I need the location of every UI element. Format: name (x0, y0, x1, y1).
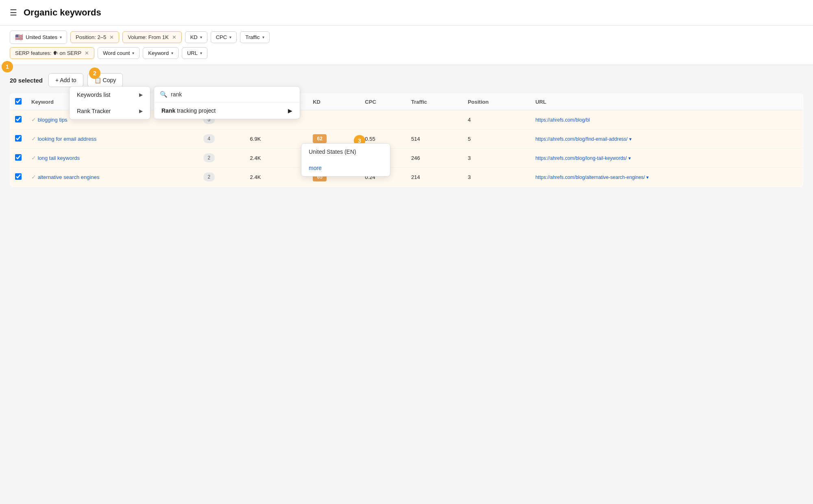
rank-tracking-chevron-icon: ▶ (288, 107, 292, 114)
keyword-link[interactable]: alternative search engines (38, 174, 100, 180)
step-badge-1: 1 (2, 61, 13, 72)
add-to-button[interactable]: + Add to (48, 73, 83, 87)
word-count-filter[interactable]: Word count ▾ (98, 47, 139, 59)
serp-features-label: SERP features: 🗣 on SERP (15, 50, 81, 56)
add-to-dropdown: Keywords list ▶ Rank Tracker ▶ (69, 86, 150, 120)
cpc-header: CPC (360, 94, 406, 110)
rank-search-input[interactable] (171, 91, 294, 98)
traffic-filter[interactable]: Traffic ▾ (240, 31, 269, 43)
keywords-list-item[interactable]: Keywords list ▶ (70, 87, 150, 103)
keywords-list-label: Keywords list (77, 92, 110, 98)
serp-features-filter[interactable]: SERP features: 🗣 on SERP ✕ (10, 47, 94, 59)
cpc-cell (360, 110, 406, 129)
page-title: Organic keywords (24, 7, 101, 18)
row-checkbox-cell (10, 168, 27, 187)
step-badge-2: 2 (89, 68, 100, 79)
url-link[interactable]: https://ahrefs.com/blog/alternative-sear… (535, 175, 649, 180)
url-filter[interactable]: URL ▾ (182, 47, 207, 59)
word-count-chevron-icon: ▾ (132, 51, 134, 55)
rank-tracking-project-label: Rank tracking project (161, 107, 216, 114)
volume-cell: 2.4K (245, 148, 308, 168)
more-link[interactable]: more (301, 160, 390, 176)
keyword-chevron-icon: ▾ (171, 51, 173, 55)
url-cell: https://ahrefs.com/blog/alternative-sear… (530, 168, 803, 187)
url-cell: https://ahrefs.com/blog/bl (530, 110, 803, 129)
keyword-cell: ✓ looking for email address (26, 129, 198, 148)
position-cell: 3 (463, 168, 530, 187)
search-icon: 🔍 (160, 91, 168, 98)
url-filter-label: URL (187, 50, 198, 56)
traffic-cell: 514 (406, 129, 463, 148)
row-checkbox-cell (10, 129, 27, 148)
position-cell: 4 (463, 110, 530, 129)
toolbar-row: 1 20 selected 2 + Add to 📋 Copy (10, 73, 803, 87)
kd-header: KD (308, 94, 360, 110)
table-row: ✓ long tail keywords 2 2.4K 85 8.59 246 … (10, 148, 803, 168)
url-chevron-icon: ▾ (200, 51, 202, 55)
row-checkbox[interactable] (15, 135, 22, 142)
traffic-header: Traffic (406, 94, 463, 110)
position-header: Position (463, 94, 530, 110)
word-count-badge: 4 (203, 134, 215, 143)
wordcount-cell: 2 (198, 168, 245, 187)
url-header: URL (530, 94, 803, 110)
row-checkbox[interactable] (15, 154, 22, 161)
check-icon: ✓ (31, 155, 36, 161)
chevron-down-icon: ▾ (60, 35, 62, 39)
volume-cell: 2.4K (245, 168, 308, 187)
rank-tracker-chevron-icon: ▶ (139, 108, 143, 114)
kd-label: KD (190, 34, 198, 40)
filters-bar: 🇺🇸 United States ▾ Position: 2–5 ✕ Volum… (0, 26, 813, 65)
volume-label: Volume: From 1K (128, 34, 168, 40)
volume-close-icon[interactable]: ✕ (172, 34, 177, 40)
wordcount-cell: 2 (198, 148, 245, 168)
us-en-item[interactable]: United States (EN) (301, 144, 390, 160)
row-checkbox-cell (10, 110, 27, 129)
wordcount-cell: 4 (198, 129, 245, 148)
rank-tracking-project-item[interactable]: Rank tracking project ▶ (154, 103, 300, 119)
traffic-cell: 214 (406, 168, 463, 187)
row-checkbox[interactable] (15, 173, 22, 180)
select-all-checkbox[interactable] (15, 98, 22, 105)
keyword-filter[interactable]: Keyword ▾ (143, 47, 179, 59)
url-link[interactable]: https://ahrefs.com/blog/bl (535, 117, 590, 123)
serp-close-icon[interactable]: ✕ (85, 50, 89, 56)
position-close-icon[interactable]: ✕ (109, 34, 114, 40)
volume-filter[interactable]: Volume: From 1K ✕ (122, 31, 181, 43)
cpc-label: CPC (216, 34, 227, 40)
keyword-link[interactable]: blogging tips (38, 117, 68, 123)
rank-tracker-label: Rank Tracker (77, 108, 111, 114)
traffic-chevron-icon: ▾ (262, 35, 264, 39)
url-cell: https://ahrefs.com/blog/find-email-addre… (530, 129, 803, 148)
row-checkbox[interactable] (15, 116, 22, 122)
country-filter[interactable]: 🇺🇸 United States ▾ (10, 31, 67, 44)
traffic-label: Traffic (245, 34, 259, 40)
word-count-label: Word count (103, 50, 130, 56)
url-link[interactable]: https://ahrefs.com/blog/find-email-addre… (535, 136, 631, 142)
kd-badge: 62 (313, 134, 327, 143)
rank-tracker-item[interactable]: Rank Tracker ▶ (70, 103, 150, 119)
rank-tracker-subdropdown: 🔍 Rank tracking project ▶ (154, 86, 300, 119)
more-label: more (309, 165, 322, 171)
position-cell: 5 (463, 129, 530, 148)
hamburger-icon[interactable]: ☰ (10, 8, 17, 17)
check-icon: ✓ (31, 116, 36, 123)
url-cell: https://ahrefs.com/blog/long-tail-keywor… (530, 148, 803, 168)
kd-cell (308, 110, 360, 129)
position-filter[interactable]: Position: 2–5 ✕ (70, 31, 119, 43)
cpc-chevron-icon: ▾ (229, 35, 231, 39)
url-link[interactable]: https://ahrefs.com/blog/long-tail-keywor… (535, 155, 630, 161)
row-checkbox-cell (10, 148, 27, 168)
table-row: ✓ looking for email address 4 6.9K 62 0.… (10, 129, 803, 148)
country-label: United States (26, 34, 57, 40)
rank-tracker-search: 🔍 (154, 87, 300, 103)
keyword-link[interactable]: looking for email address (38, 136, 97, 142)
country-subdropdown: United States (EN) more (301, 143, 390, 177)
kd-filter[interactable]: KD ▾ (185, 31, 207, 43)
us-en-label: United States (EN) (309, 148, 356, 155)
cpc-filter[interactable]: CPC ▾ (211, 31, 237, 43)
keyword-link[interactable]: long tail keywords (38, 155, 80, 161)
word-count-badge: 2 (203, 153, 215, 162)
position-label: Position: 2–5 (76, 34, 106, 40)
word-count-badge: 2 (203, 172, 215, 181)
